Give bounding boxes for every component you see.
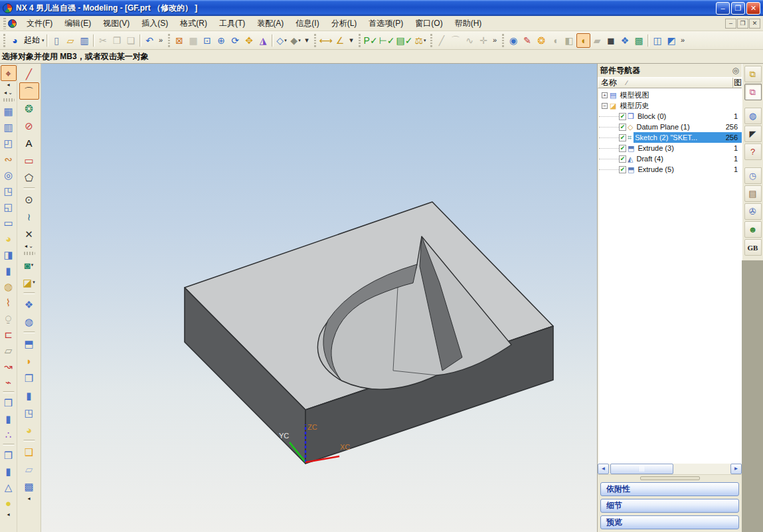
sketch-task-button[interactable]: ◖ bbox=[576, 33, 590, 48]
emboss-button[interactable]: ◨ bbox=[1, 246, 17, 262]
gb-standards-tab[interactable]: GB bbox=[744, 239, 762, 256]
tree-item-sketch[interactable]: ✔ ⌗ Sketch (2) "SKET... 256 bbox=[599, 132, 742, 143]
nx-app-icon[interactable]: ◕ bbox=[8, 33, 22, 48]
rock-sample-icon[interactable]: ▰ bbox=[590, 33, 604, 48]
bend-button[interactable]: ↝ bbox=[1, 358, 17, 374]
sheet-check-icon[interactable]: ▤✓ bbox=[396, 33, 414, 48]
web-browser-tab[interactable]: ◍ bbox=[744, 108, 762, 124]
rotate-view-button[interactable]: ⟳ bbox=[228, 33, 242, 48]
snap-options-arrow[interactable]: ◂ bbox=[1, 81, 16, 89]
expression-check-icon[interactable]: P✓ bbox=[363, 33, 379, 48]
menu-information[interactable]: 信息(I) bbox=[290, 16, 325, 31]
clamp-button[interactable]: ⊏ bbox=[1, 326, 17, 342]
unite-button[interactable]: ◙ ▾ bbox=[19, 256, 39, 274]
tube-button[interactable]: ▮ bbox=[19, 387, 39, 404]
copy-button[interactable]: ❐ bbox=[110, 33, 124, 48]
tree-item-model-history[interactable]: − ◪ 模型历史 bbox=[599, 100, 742, 111]
save-button[interactable]: ▥ bbox=[78, 33, 92, 48]
scroll-right-button[interactable]: ► bbox=[730, 464, 742, 474]
thread-button[interactable]: ⌇ bbox=[1, 294, 17, 310]
column-layer-label[interactable]: 图 bbox=[733, 78, 742, 88]
spotlight-icon[interactable]: ◖ bbox=[549, 33, 562, 48]
sketch-profile-button[interactable]: ❂ bbox=[19, 100, 39, 117]
offset-surface-button[interactable]: ❖ bbox=[19, 296, 39, 313]
close-button[interactable]: ✕ bbox=[746, 2, 760, 15]
scrollbar-thumb[interactable] bbox=[610, 464, 673, 474]
zoom-box-button[interactable]: ⊡ bbox=[201, 33, 214, 48]
pool-button[interactable]: ◕ bbox=[19, 421, 39, 438]
menu-assemblies[interactable]: 装配(A) bbox=[251, 16, 290, 31]
menubar-grip[interactable] bbox=[3, 18, 6, 29]
sketch-collapse-arrows[interactable]: ◂ ⌄ bbox=[22, 242, 37, 250]
balance-scale-icon[interactable]: ⚖ ▾ bbox=[414, 33, 428, 48]
mdi-minimize-button[interactable]: – bbox=[725, 19, 736, 29]
curve-overflow-button[interactable]: » bbox=[491, 33, 499, 48]
column-name-label[interactable]: 名称 bbox=[601, 77, 617, 88]
start-menu-button[interactable]: 起始 ▾ bbox=[22, 33, 45, 48]
tree-item-model-views[interactable]: + ▤ 模型视图 bbox=[599, 90, 742, 100]
graphics-viewport[interactable]: YC ZC XC bbox=[41, 64, 597, 532]
tree-item-draft[interactable]: ✔ ◭ Draft (4) 1 bbox=[599, 153, 742, 164]
sphere-button[interactable]: ● bbox=[1, 495, 17, 511]
standard-overflow-button[interactable]: » bbox=[157, 33, 165, 48]
cube-hole-button[interactable]: ◳ bbox=[19, 404, 39, 421]
body-button[interactable]: ❒ bbox=[1, 395, 17, 410]
instance-array-button[interactable]: ▥ bbox=[1, 119, 17, 135]
color-ball-icon[interactable]: ❂ bbox=[535, 33, 549, 48]
dependencies-panel[interactable]: 依附性 bbox=[600, 482, 739, 496]
pin-icon[interactable]: ◎ bbox=[732, 66, 739, 75]
extrude-button[interactable]: ⬒ bbox=[19, 335, 39, 352]
sheet-box-button[interactable]: ❐ bbox=[19, 369, 39, 387]
refresh-view-button[interactable]: ▦ bbox=[187, 33, 201, 48]
training-tab[interactable]: ◤ bbox=[744, 126, 762, 142]
menu-view[interactable]: 视图(V) bbox=[97, 16, 135, 31]
material-cube-icon[interactable]: ◼ bbox=[604, 33, 618, 48]
minimize-button[interactable]: – bbox=[716, 2, 730, 15]
sketch-more-arrow[interactable]: ◂ bbox=[22, 495, 37, 503]
cylinder-button[interactable]: ▮ bbox=[1, 463, 17, 479]
hole-button[interactable]: ◎ bbox=[1, 167, 17, 183]
menu-insert[interactable]: 插入(S) bbox=[135, 16, 174, 31]
cone-button[interactable]: △ bbox=[1, 479, 17, 495]
line-tool-button[interactable]: ╱ bbox=[435, 33, 449, 48]
sketch-arc-button[interactable]: ⌒ bbox=[19, 82, 39, 100]
snap-point-button[interactable]: ⌖ bbox=[1, 65, 17, 81]
details-panel[interactable]: 细节 bbox=[600, 499, 739, 513]
menu-format[interactable]: 格式(R) bbox=[174, 16, 213, 31]
model-canvas[interactable]: YC ZC XC bbox=[41, 64, 597, 532]
system-palettes-tab[interactable]: ▤ bbox=[744, 185, 762, 202]
sweep-button[interactable]: ∾ bbox=[1, 151, 17, 167]
mdi-close-button[interactable]: ✕ bbox=[749, 19, 760, 29]
point-set-button[interactable]: ∴ bbox=[1, 426, 17, 442]
wireframe-display-button[interactable]: ◇ ▾ bbox=[275, 33, 289, 48]
render-overflow-button[interactable]: » bbox=[679, 33, 687, 48]
spline-tool-button[interactable]: ∿ bbox=[463, 33, 477, 48]
artistic-render-icon[interactable]: ✎ bbox=[521, 33, 535, 48]
menu-edit[interactable]: 编辑(E) bbox=[58, 16, 97, 31]
fit-view-button[interactable]: ⊠ bbox=[173, 33, 187, 48]
sketch-rectangle-button[interactable]: ▭ bbox=[19, 151, 39, 169]
tree-item-extrude-3[interactable]: ✔ ⬒ Extrude (3) 1 bbox=[599, 143, 742, 153]
shaded-display-button[interactable]: ◆ ▾ bbox=[289, 33, 303, 48]
sketch-derived-line-button[interactable]: ⊘ bbox=[19, 117, 39, 134]
menu-help[interactable]: 帮助(H) bbox=[449, 16, 488, 31]
pocket-button[interactable]: ◳ bbox=[1, 183, 17, 199]
perspective-button[interactable]: ◮ bbox=[256, 33, 270, 48]
panel-splitter[interactable] bbox=[598, 474, 742, 481]
undo-button[interactable]: ↶ bbox=[143, 33, 157, 48]
sketch-conic-button[interactable]: ≀ bbox=[19, 208, 39, 225]
spotlight-list-icon[interactable]: ◧ bbox=[562, 33, 576, 48]
toolbar-collapse-arrows[interactable]: ◂ ⌄ bbox=[1, 89, 16, 97]
tree-item-block[interactable]: ✔ ❒ Block (0) 1 bbox=[599, 111, 742, 122]
shell-button[interactable]: ◍ bbox=[1, 278, 17, 294]
menu-window[interactable]: 窗口(O) bbox=[409, 16, 448, 31]
zoom-in-out-button[interactable]: ⊕ bbox=[214, 33, 228, 48]
pan-view-button[interactable]: ✥ bbox=[242, 33, 256, 48]
spline-point-button[interactable]: ⌁ bbox=[1, 374, 17, 390]
preview-panel[interactable]: 预览 bbox=[600, 515, 739, 529]
scroll-left-button[interactable]: ◄ bbox=[598, 464, 609, 474]
slot-button[interactable]: ▭ bbox=[1, 215, 17, 230]
sketch-polygon-button[interactable]: ⬠ bbox=[19, 169, 39, 186]
part-navigator-tab[interactable]: ⧉ bbox=[744, 84, 762, 100]
camera-view-icon[interactable]: ◉ bbox=[507, 33, 521, 48]
